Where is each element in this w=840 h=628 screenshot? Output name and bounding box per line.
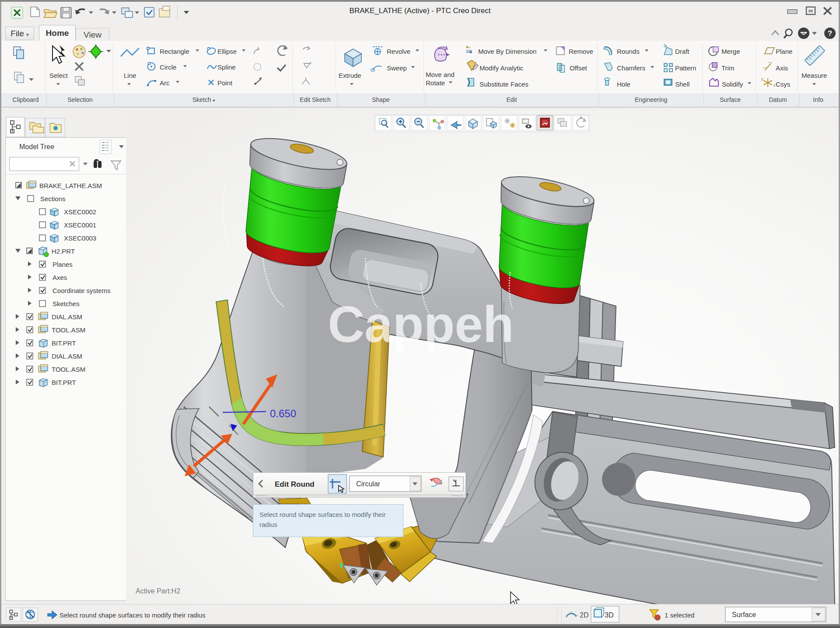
svg-text:1 selected: 1 selected bbox=[665, 611, 694, 619]
svg-text:Select round shape surfaces to: Select round shape surfaces to modify th… bbox=[60, 611, 206, 619]
svg-text:Edit Round: Edit Round bbox=[275, 480, 315, 488]
svg-text:?: ? bbox=[828, 29, 832, 38]
svg-text:3D: 3D bbox=[605, 611, 613, 619]
svg-text:0.650: 0.650 bbox=[270, 408, 296, 419]
svg-text:x: x bbox=[774, 83, 776, 87]
svg-text:Cappeh: Cappeh bbox=[328, 296, 514, 353]
svg-text:2D: 2D bbox=[580, 611, 588, 619]
svg-text:Circular: Circular bbox=[356, 480, 381, 488]
svg-text:Surface: Surface bbox=[732, 611, 756, 618]
svg-text:y: y bbox=[761, 77, 763, 81]
